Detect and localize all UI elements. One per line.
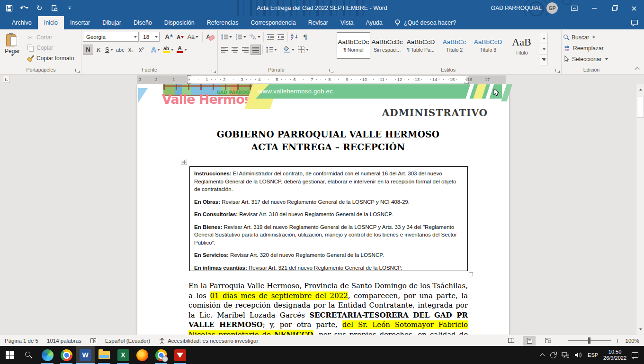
font-color-arrow[interactable] — [184, 49, 187, 51]
account-name[interactable]: GAD PARROQUIAL — [491, 5, 542, 11]
justify-button[interactable] — [250, 45, 261, 55]
clock[interactable]: 10:50 26/9/2022 — [603, 349, 626, 362]
tab-archivo[interactable]: Archivo — [6, 16, 38, 29]
align-center-button[interactable] — [230, 45, 240, 55]
zoom-slider-thumb[interactable] — [588, 337, 590, 344]
numbering-button[interactable] — [233, 32, 248, 42]
increase-indent-button[interactable] — [276, 32, 286, 42]
zoom-out-button[interactable]: − — [560, 337, 564, 345]
select-arrow[interactable] — [605, 58, 608, 60]
cut-button[interactable]: ✂Cortar — [25, 32, 80, 43]
page-indicator[interactable]: Página 1 de 5 — [5, 338, 38, 344]
replace-button[interactable]: abacReemplazar — [563, 43, 620, 54]
scrollbar-thumb[interactable] — [637, 97, 644, 118]
underline-arrow[interactable] — [110, 49, 113, 51]
tab-revisar[interactable]: Revisar — [302, 16, 334, 29]
style-table-paragraph[interactable]: AaBbCcD¶ Table Pa... — [404, 32, 438, 59]
document-page[interactable]: Valle Hermoso GAD PARROQUIAL www.vallehe… — [137, 84, 509, 335]
print-preview-button[interactable] — [50, 3, 59, 13]
language-indicator[interactable]: Español (Ecuador) — [105, 338, 150, 344]
highlight-arrow[interactable] — [171, 49, 174, 51]
web-layout-button[interactable] — [542, 336, 554, 346]
align-right-button[interactable] — [240, 45, 250, 55]
multilevel-list-button[interactable] — [248, 32, 262, 42]
font-size-arrow[interactable] — [155, 36, 158, 38]
restore-button[interactable] — [604, 0, 624, 16]
font-family-combobox[interactable]: Georgia — [83, 32, 139, 42]
tab-vista[interactable]: Vista — [334, 16, 360, 29]
change-case-button[interactable]: Aa — [186, 32, 200, 42]
undo-button[interactable]: ↶ — [20, 3, 28, 13]
tab-dibujar[interactable]: Dibujar — [96, 16, 127, 29]
strikethrough-button[interactable]: abc — [115, 45, 126, 55]
taskbar-firefox[interactable] — [133, 346, 152, 364]
font-size-combobox[interactable]: 18 — [140, 32, 160, 42]
scroll-up-button[interactable] — [637, 86, 644, 93]
zoom-slider[interactable] — [568, 340, 611, 341]
numbering-arrow[interactable] — [243, 36, 246, 38]
ribbon-display-options-button[interactable] — [564, 0, 584, 16]
highlight-color-button[interactable]: ab — [161, 45, 175, 55]
show-paragraph-marks-button[interactable]: ¶ — [300, 32, 310, 42]
horizontal-ruler[interactable]: 3 2 1 1 2 3 4 5 6 7 8 9 10 11 12 13 14 1… — [137, 76, 505, 83]
decrease-indent-button[interactable] — [265, 32, 276, 42]
undo-dropdown-arrow[interactable] — [26, 7, 28, 9]
zoom-level[interactable]: 100% — [626, 338, 639, 344]
select-button[interactable]: Seleccionar — [563, 54, 620, 64]
keyboard-language[interactable]: ESP — [588, 352, 598, 358]
align-left-button[interactable] — [219, 45, 230, 55]
style-sin-espaciado[interactable]: AaBbCcDcSin espaci... — [370, 32, 404, 59]
portapapeles-dialog-launcher[interactable] — [75, 69, 80, 73]
paste-dropdown-arrow[interactable] — [11, 55, 14, 56]
font-color-button[interactable]: A — [175, 45, 188, 55]
text-effects-button[interactable]: A — [150, 45, 161, 55]
tell-me-box[interactable]: ¿Qué desea hacer? — [389, 16, 462, 29]
word-count[interactable]: 1014 palabras — [47, 338, 81, 344]
shrink-font-button[interactable]: A — [175, 32, 185, 42]
shading-button[interactable] — [282, 45, 296, 55]
taskbar-chrome[interactable] — [57, 346, 76, 364]
network-icon[interactable] — [562, 352, 569, 358]
tab-referencias[interactable]: Referencias — [201, 16, 245, 29]
tab-correspondencia[interactable]: Correspondencia — [244, 16, 302, 29]
tray-expand-icon[interactable] — [540, 353, 545, 357]
format-painter-button[interactable]: Copiar formato — [25, 53, 80, 64]
comments-button[interactable] — [631, 16, 638, 29]
collapse-ribbon-button[interactable] — [635, 66, 639, 71]
volume-icon[interactable] — [574, 352, 582, 358]
taskbar-acrobat[interactable] — [170, 346, 189, 364]
minimize-button[interactable] — [584, 0, 604, 16]
redo-button[interactable]: ↻ — [35, 3, 44, 13]
text-effects-arrow[interactable] — [157, 49, 160, 51]
taskbar-edge[interactable] — [38, 346, 57, 364]
taskbar-file-explorer[interactable] — [95, 346, 114, 364]
tab-ayuda[interactable]: Ayuda — [360, 16, 389, 29]
tab-stop-selector[interactable]: L — [3, 76, 10, 83]
borders-button[interactable] — [296, 45, 310, 55]
subscript-button[interactable]: x₂ — [125, 45, 136, 55]
change-case-arrow[interactable] — [196, 36, 198, 38]
style-normal[interactable]: AaBbCcDc¶ Normal — [337, 32, 370, 59]
font-family-arrow[interactable] — [134, 36, 137, 38]
copy-button[interactable]: Copiar — [25, 43, 80, 53]
fuente-dialog-launcher[interactable] — [212, 69, 216, 73]
table-resize-handle[interactable] — [469, 272, 473, 276]
taskbar-word[interactable]: W — [76, 346, 95, 364]
bullets-arrow[interactable] — [229, 36, 232, 38]
proofing-status[interactable] — [90, 337, 97, 344]
style-titulo-3[interactable]: AaBbCcDTítulo 3 — [471, 32, 505, 59]
table-move-handle[interactable] — [181, 159, 187, 165]
meet-now-icon[interactable] — [550, 352, 556, 358]
underline-button[interactable]: S — [104, 45, 115, 55]
instructions-table[interactable]: Instrucciones: El Administrador del cont… — [189, 166, 468, 271]
action-center-icon[interactable] — [632, 352, 638, 358]
shading-arrow[interactable] — [292, 49, 295, 51]
bold-button[interactable]: N — [83, 45, 93, 55]
grow-font-button[interactable]: A — [163, 32, 174, 42]
parrafo-dialog-launcher[interactable] — [329, 69, 333, 73]
tab-inicio[interactable]: Inicio — [38, 16, 64, 29]
line-spacing-arrow[interactable] — [274, 49, 277, 51]
customize-qat-button[interactable] — [65, 3, 74, 13]
save-button[interactable] — [5, 3, 13, 13]
find-button[interactable]: Buscar — [563, 32, 620, 43]
